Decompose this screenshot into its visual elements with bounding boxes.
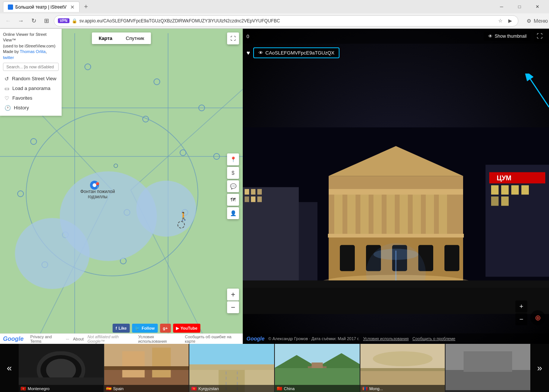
sidebar-item-history[interactable]: 🕐 History — [3, 103, 59, 113]
sv-fullscreen-button[interactable]: ⛶ — [534, 31, 545, 42]
sv-zoom-out-button[interactable]: − — [515, 313, 527, 325]
thumbnail-item-4[interactable]: 🇨🇳 China — [275, 344, 360, 392]
show-thumbnail-button[interactable]: 👁 Show thumbnail — [484, 32, 531, 41]
minimize-button[interactable]: ─ — [493, 0, 510, 14]
sv-copyright: © Александр Громов · Дата съёмки: Май 20… — [268, 336, 359, 341]
twitter-icon: 🐦 — [135, 326, 140, 331]
footer-separator1: ··· — [66, 337, 69, 341]
map-type-satellite-button[interactable]: Спутник — [119, 32, 151, 44]
tab-title: Большой театр | iStreetV — [15, 4, 66, 10]
extensions-button[interactable]: ⚙ — [524, 16, 534, 26]
report-error-link[interactable]: Сообщить об ошибке на карте — [185, 335, 240, 343]
svg-rect-60 — [387, 193, 395, 236]
svg-rect-99 — [189, 364, 274, 370]
load-icon: ▭ — [4, 85, 9, 91]
google-logo-sv: Google — [246, 336, 264, 342]
sv-usage-link[interactable]: Условия использования — [363, 336, 409, 341]
map-comment-button[interactable]: 💬 — [227, 180, 239, 192]
fullscreen-icon: ⛶ — [230, 35, 236, 41]
pano-eye-icon: 👁 — [258, 50, 263, 56]
history-icon: 🕐 — [4, 105, 11, 111]
thumbnail-item-6[interactable] — [446, 344, 530, 392]
thumbnail-prev-button[interactable]: « — [0, 344, 19, 392]
svg-rect-38 — [243, 187, 299, 292]
active-tab[interactable]: Большой театр | iStreetV ✕ — [3, 1, 80, 12]
new-tab-button[interactable]: + — [81, 3, 91, 11]
search-input[interactable] — [3, 63, 59, 71]
thumbnail-label-2: 🇪🇸 Spain — [104, 385, 189, 392]
map-marker-button[interactable]: 📍 — [227, 153, 239, 165]
svg-text:ЦУМ: ЦУМ — [497, 174, 511, 182]
svg-rect-59 — [373, 193, 382, 236]
svg-rect-92 — [152, 348, 171, 377]
read-button[interactable]: ▶ — [506, 17, 514, 25]
refresh-button[interactable]: ↻ — [28, 16, 39, 26]
privacy-link[interactable]: Privacy and Terms — [30, 335, 62, 343]
facebook-like-button[interactable]: f Like — [112, 324, 130, 333]
usage-terms-link[interactable]: Условия использования — [138, 335, 181, 343]
pano-id-text: CAoSLEFGMVFpcE9aTGUzQX — [266, 50, 335, 56]
menu-button[interactable]: Меню — [536, 16, 546, 26]
twitter-follow-button[interactable]: 🐦 Follow — [132, 324, 158, 333]
svg-rect-81 — [243, 288, 549, 314]
svg-rect-52 — [491, 196, 499, 206]
map-layers-button[interactable]: 🗺 — [227, 194, 239, 206]
heart-icon: ♡ — [4, 95, 9, 101]
youtube-button[interactable]: ▶ YouTube — [173, 324, 200, 333]
author-link[interactable]: Thomas Orlita — [20, 49, 46, 54]
svg-rect-44 — [257, 196, 262, 202]
thumbnail-label-3: 🇰🇬 Kyrgyzstan — [189, 385, 274, 392]
map-dollar-button[interactable]: $ — [227, 167, 239, 179]
apps-button[interactable]: ⊞ — [41, 16, 52, 26]
url-text: sv.appio.eu/CAoSLEFGMVFpcE9aTGUzQXBzZDlR… — [80, 18, 494, 24]
back-button[interactable]: ← — [3, 16, 13, 26]
svg-rect-63 — [426, 193, 434, 236]
sv-report-link[interactable]: Сообщить о проблеме — [412, 336, 455, 341]
sv-compass[interactable]: ⊕ — [530, 310, 545, 325]
sv-zoom-in-button[interactable]: + — [515, 301, 527, 312]
about-link[interactable]: About — [73, 337, 84, 341]
forward-button[interactable]: → — [16, 16, 26, 26]
thumbnail-item-1[interactable]: 🇲🇪 Montenegro — [19, 344, 103, 392]
thumbnail-next-button[interactable]: » — [530, 344, 549, 392]
svg-point-26 — [136, 181, 196, 237]
eye-icon: 👁 — [488, 34, 493, 39]
svg-rect-111 — [446, 370, 530, 392]
sidebar-label-load: Load a panorama — [12, 85, 50, 91]
sidebar-item-favorites[interactable]: ♡ Favorites — [3, 93, 59, 103]
map-zoom-in-button[interactable]: + — [227, 289, 239, 301]
pegman[interactable]: 🚶 — [179, 212, 189, 221]
svg-rect-56 — [334, 193, 342, 236]
sv-scene: ЦУМ — [243, 44, 549, 344]
random-icon: ↺ — [4, 76, 9, 82]
svg-rect-72 — [444, 245, 459, 271]
thumbnail-item-5[interactable]: 🇲🇳 Mong... — [360, 344, 445, 392]
url-bar[interactable]: VPN 🔒 sv.appio.eu/CAoSLEFGMVFpcE9aTGUzQX… — [54, 15, 518, 27]
svg-rect-91 — [122, 351, 145, 377]
map-zoom-out-button[interactable]: − — [227, 301, 239, 313]
header-line2: (used to be iStreetView.com) — [3, 43, 59, 49]
thumbnail-item-3[interactable]: 🇰🇬 Kyrgyzstan — [189, 344, 274, 392]
pano-heart-button[interactable]: ♥ — [246, 50, 250, 56]
pano-id-box: 👁 CAoSLEFGMVFpcE9aTGUzQX — [253, 47, 340, 58]
sv-top-bar: 0 👁 Show thumbnail ⛶ — [243, 29, 549, 44]
map-panel[interactable]: Online Viewer for Street View™ (used to … — [0, 29, 243, 344]
maximize-button[interactable]: □ — [511, 0, 528, 14]
toolbar: ← → ↻ ⊞ VPN 🔒 sv.appio.eu/CAoSLEFGMVFpcE… — [0, 13, 549, 28]
tab-close-button[interactable]: ✕ — [70, 4, 75, 10]
close-button[interactable]: ✕ — [529, 0, 546, 14]
twitter-link[interactable]: twitter — [3, 55, 14, 60]
sidebar-item-load[interactable]: ▭ Load a panorama — [3, 84, 59, 93]
svg-rect-43 — [251, 196, 255, 202]
compass-needle-icon: ⊕ — [535, 313, 541, 322]
sidebar-item-random[interactable]: ↺ Random Street View — [3, 74, 59, 84]
svg-rect-58 — [360, 193, 369, 236]
google-plus-button[interactable]: g+ — [160, 324, 171, 333]
bookmark-button[interactable]: ☆ — [496, 17, 505, 25]
thumbnail-item-2[interactable]: 🇪🇸 Spain — [104, 344, 189, 392]
map-fullscreen-button[interactable]: ⛶ — [227, 32, 239, 44]
street-view-panel[interactable]: ЦУМ — [243, 29, 549, 344]
map-person-button[interactable]: 👤 — [227, 207, 239, 219]
map-type-map-button[interactable]: Карта — [92, 32, 119, 44]
sidebar-label-history: History — [14, 105, 29, 111]
